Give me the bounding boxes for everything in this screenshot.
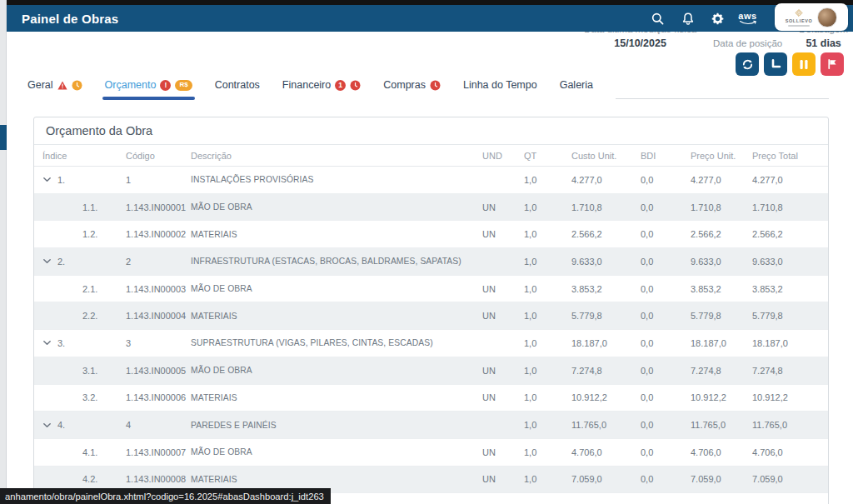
table-row[interactable]: 1.1INSTALAÇÕES PROVISÓRIAS1,04.277,00,04… (34, 167, 828, 194)
budget-card: Orçamento da Obra Índice Código Descriçã… (33, 117, 829, 504)
cell-preco-unit: 7.274,8 (691, 366, 752, 376)
budget-table-body: 1.1INSTALAÇÕES PROVISÓRIAS1,04.277,00,04… (34, 167, 828, 493)
cell-qt: 1,0 (524, 474, 571, 484)
cell-bdi: 0,0 (641, 420, 691, 430)
table-row[interactable]: 3.3SUPRAESTRUTURA (VIGAS, PILARES, CINTA… (34, 330, 828, 357)
dashboard-tabs: GeralOrçamento!R$ContratosFinanceiro1Com… (27, 77, 829, 100)
indice-text: 3.1. (82, 366, 97, 376)
bell-icon[interactable] (681, 12, 695, 26)
cell-und: UN (482, 474, 524, 484)
cell-codigo: 4 (126, 420, 191, 430)
sollievo-logo: SOLLIEVO (786, 7, 813, 27)
cell-und: UN (482, 284, 524, 294)
chevron-down-icon[interactable] (42, 175, 52, 184)
cell-codigo: 1.143.IN00001 (126, 202, 191, 212)
cell-preco-unit: 2.566,2 (691, 229, 752, 239)
cell-codigo: 1.143.IN00007 (126, 447, 191, 457)
indice-text: 2.1. (82, 284, 97, 294)
cell-custo-unit: 3.853,2 (571, 284, 641, 294)
cell-indice: 3. (42, 338, 126, 348)
tab-galeria[interactable]: Galeria (560, 77, 593, 100)
table-row[interactable]: 4.1.1.143.IN00007MÃO DE OBRAUN1,04.706,0… (34, 439, 828, 467)
indice-text: 4.1. (82, 447, 97, 457)
pause-icon (799, 59, 809, 70)
cell-qt: 1,0 (524, 366, 571, 376)
cell-preco-unit: 3.853,2 (691, 284, 752, 294)
cell-preco-total: 7.059,0 (752, 474, 820, 484)
cell-custo-unit: 10.912,2 (571, 392, 641, 402)
tab-financeiro[interactable]: Financeiro1 (282, 77, 361, 100)
count-badge: ! (160, 80, 171, 91)
cell-descricao: MÃO DE OBRA (191, 447, 482, 457)
chevron-down-icon[interactable] (42, 338, 52, 347)
cell-qt: 1,0 (524, 420, 571, 430)
cell-preco-total: 9.633,0 (752, 257, 820, 267)
cell-qt: 1,0 (524, 311, 571, 321)
cell-indice: 1.2. (42, 229, 126, 239)
cell-preco-unit: 4.277,0 (691, 175, 752, 185)
gear-icon[interactable] (711, 12, 725, 26)
table-row[interactable]: 1.1.1.143.IN00001MÃO DE OBRAUN1,01.710,8… (34, 194, 828, 222)
pause-button[interactable] (792, 52, 816, 76)
cell-custo-unit: 7.274,8 (571, 366, 641, 376)
count-badge: 1 (335, 80, 346, 91)
refresh-icon (741, 58, 754, 71)
table-row[interactable]: 2.1.1.143.IN00003MÃO DE OBRAUN1,03.853,2… (34, 276, 828, 303)
col-indice: Índice (42, 151, 126, 161)
chevron-down-icon[interactable] (42, 257, 52, 266)
tab-compras[interactable]: Compras (383, 77, 441, 100)
indice-text: 3. (57, 338, 65, 348)
cell-preco-total: 7.274,8 (752, 366, 820, 376)
table-row[interactable]: 3.1.1.143.IN00005MÃO DE OBRAUN1,07.274,8… (34, 357, 828, 385)
tab-orcamento[interactable]: Orçamento!R$ (105, 77, 192, 100)
header-actions: aws (651, 12, 755, 26)
cell-preco-unit: 4.706,0 (691, 447, 752, 457)
cell-descricao: PAREDES E PAINÉIS (191, 421, 482, 430)
tab-linha-do-tempo[interactable]: Linha do Tempo (463, 77, 537, 100)
cell-custo-unit: 4.706,0 (571, 447, 641, 457)
indice-text: 2. (57, 257, 65, 267)
warning-triangle-icon (57, 81, 67, 90)
cell-descricao: INFRAESTRUTURA (ESTACAS, BROCAS, BALDRAM… (191, 257, 482, 266)
cell-bdi: 0,0 (641, 311, 691, 321)
cell-custo-unit: 5.779,8 (571, 311, 641, 321)
indice-text: 1.2. (82, 229, 97, 239)
painel-de-obras-screen: Painel de Obras aws (0, 0, 853, 504)
user-avatar[interactable] (817, 7, 837, 27)
table-row[interactable]: 1.2.1.143.IN00002MATERIAISUN1,02.566,20,… (34, 221, 828, 248)
toolbar-actions (736, 52, 844, 76)
cell-descricao: MATERIAIS (191, 475, 482, 484)
search-icon[interactable] (651, 12, 665, 26)
clock-badge-icon (350, 80, 361, 91)
cell-preco-unit: 18.187,0 (691, 338, 752, 348)
table-row[interactable]: 4.4PAREDES E PAINÉIS1,011.765,00,011.765… (34, 412, 828, 439)
cell-preco-unit: 1.710,8 (691, 202, 752, 212)
cell-codigo: 1.143.IN00008 (126, 474, 191, 484)
cell-codigo: 3 (126, 338, 191, 348)
tab-contratos[interactable]: Contratos (215, 77, 260, 100)
cell-preco-total: 11.765,0 (752, 420, 820, 430)
indice-text: 2.2. (82, 311, 97, 321)
cell-bdi: 0,0 (641, 229, 691, 239)
table-row[interactable]: 3.2.1.143.IN00006MATERIAISUN1,010.912,20… (34, 385, 828, 412)
flag-button[interactable] (821, 52, 844, 76)
brand-card[interactable]: SOLLIEVO (775, 3, 848, 31)
chevron-down-icon[interactable] (42, 421, 52, 430)
cell-und: UN (482, 366, 524, 376)
brand-name: SOLLIEVO (786, 19, 813, 24)
left-strip-marker (0, 125, 7, 150)
table-row[interactable]: 2.2.1.143.IN00004MATERIAISUN1,05.779,80,… (34, 302, 828, 330)
table-row[interactable]: 2.2INFRAESTRUTURA (ESTACAS, BROCAS, BALD… (34, 248, 828, 276)
flag-icon (826, 58, 838, 70)
cell-custo-unit: 2.566,2 (571, 229, 641, 239)
window-top-strip (7, 0, 853, 5)
refresh-button[interactable] (736, 52, 759, 76)
col-descricao: Descrição (191, 151, 482, 161)
cell-und: UN (482, 229, 524, 239)
cell-bdi: 0,0 (641, 447, 691, 457)
cell-qt: 1,0 (524, 392, 571, 402)
cell-qt: 1,0 (524, 284, 571, 294)
tab-geral[interactable]: Geral (27, 77, 82, 100)
chart-axes-button[interactable] (764, 52, 787, 76)
app-header-bar: Painel de Obras aws (7, 5, 853, 32)
